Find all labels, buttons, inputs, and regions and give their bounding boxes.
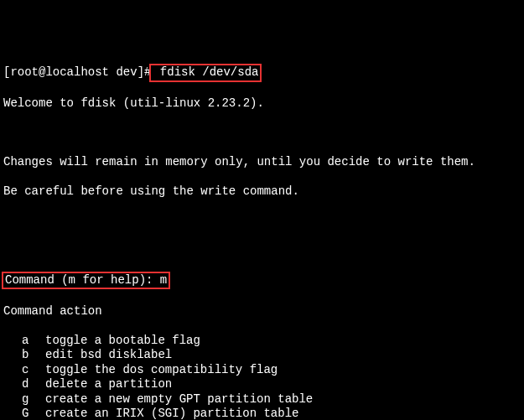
action-row: ddelete a partition xyxy=(3,377,521,392)
command-input: m xyxy=(160,273,167,287)
action-desc: delete a partition xyxy=(45,377,521,392)
action-row: Gcreate an IRIX (SGI) partition table xyxy=(3,407,521,420)
action-key: g xyxy=(3,392,45,407)
action-desc: toggle a bootable flag xyxy=(45,334,521,349)
blank-line xyxy=(3,242,521,257)
action-key: a xyxy=(3,334,45,349)
blank-line xyxy=(3,214,521,228)
action-desc: create an IRIX (SGI) partition table xyxy=(45,407,521,420)
command-prompt-line[interactable]: Command (m for help): m xyxy=(3,272,521,290)
action-row: atoggle a bootable flag xyxy=(3,334,521,349)
action-key: G xyxy=(3,407,45,420)
action-header: Command action xyxy=(3,304,521,319)
shell-prompt-prefix: [root@localhost dev]# xyxy=(3,65,151,79)
action-desc: edit bsd disklabel xyxy=(45,348,521,363)
shell-command: fdisk /dev/sda xyxy=(153,65,258,79)
shell-prompt-line: [root@localhost dev]# fdisk /dev/sda xyxy=(3,64,521,82)
action-key: c xyxy=(3,363,45,378)
action-desc: toggle the dos compatibility flag xyxy=(45,363,521,378)
action-row: ctoggle the dos compatibility flag xyxy=(3,363,521,378)
notice-line-2: Be careful before using the write comman… xyxy=(3,184,521,200)
welcome-line: Welcome to fdisk (util-linux 2.23.2). xyxy=(3,96,521,111)
command-prompt-prefix: Command (m for help): xyxy=(5,273,160,287)
action-row: bedit bsd disklabel xyxy=(3,348,521,363)
command-input-highlight: Command (m for help): m xyxy=(2,272,170,290)
action-key: d xyxy=(3,377,45,392)
command-highlight: fdisk /dev/sda xyxy=(149,64,262,82)
action-desc: create a new empty GPT partition table xyxy=(45,392,521,407)
action-key: b xyxy=(3,348,45,363)
action-list: atoggle a bootable flagbedit bsd disklab… xyxy=(3,334,521,421)
action-row: gcreate a new empty GPT partition table xyxy=(3,392,521,407)
notice-line-1: Changes will remain in memory only, unti… xyxy=(3,155,521,170)
blank-line xyxy=(3,126,521,140)
